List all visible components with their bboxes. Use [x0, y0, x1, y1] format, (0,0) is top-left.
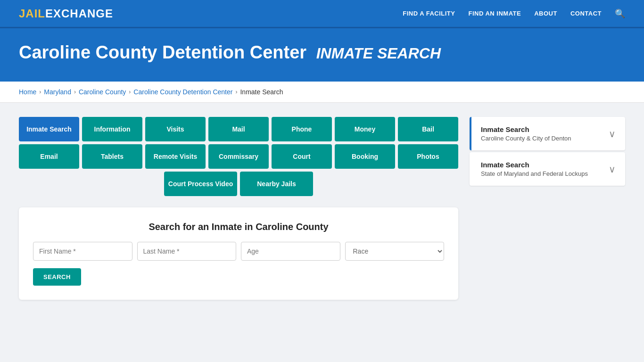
sidebar-caroline-subtitle: Caroline County & City of Denton	[481, 135, 571, 142]
search-button[interactable]: SEARCH	[33, 268, 81, 286]
sidebar-maryland-title: Inmate Search	[481, 161, 588, 169]
breadcrumb-sep-4: ›	[235, 89, 237, 95]
nav-about[interactable]: ABOUT	[534, 10, 557, 17]
main-nav: FIND A FACILITY FIND AN INMATE ABOUT CON…	[403, 8, 625, 19]
race-select[interactable]: Race White Black Hispanic Asian Other	[345, 242, 445, 261]
right-sidebar: Inmate Search Caroline County & City of …	[470, 117, 625, 188]
breadcrumb-sep-2: ›	[74, 89, 76, 95]
hero-main-title: Caroline County Detention Center	[19, 42, 306, 62]
breadcrumb-sep-3: ›	[129, 89, 131, 95]
tab-inmate-search[interactable]: Inmate Search	[19, 117, 79, 141]
search-card: Search for an Inmate in Caroline County …	[19, 207, 458, 300]
chevron-down-icon: ∨	[609, 128, 616, 140]
tabs-row-3: Court Process Video Nearby Jails	[19, 172, 458, 196]
tab-money[interactable]: Money	[335, 117, 395, 141]
nav-find-facility[interactable]: FIND A FACILITY	[403, 10, 455, 17]
tab-commissary[interactable]: Commissary	[208, 144, 269, 169]
breadcrumb-maryland[interactable]: Maryland	[44, 88, 71, 96]
nav-find-inmate[interactable]: FIND AN INMATE	[468, 10, 521, 17]
tabs-row-2: Email Tablets Remote Visits Commissary C…	[19, 144, 458, 169]
breadcrumb-caroline-county[interactable]: Caroline County	[79, 88, 126, 96]
breadcrumb-detention-center[interactable]: Caroline County Detention Center	[133, 88, 232, 96]
tab-tablets[interactable]: Tablets	[82, 144, 142, 169]
last-name-input[interactable]	[137, 242, 237, 261]
breadcrumb-current: Inmate Search	[240, 88, 283, 96]
chevron-down-icon-2: ∨	[609, 164, 616, 175]
tab-photos[interactable]: Photos	[398, 144, 458, 169]
tab-email[interactable]: Email	[19, 144, 79, 169]
tabs-container: Inmate Search Information Visits Mail Ph…	[19, 117, 458, 196]
tab-remote-visits[interactable]: Remote Visits	[145, 144, 206, 169]
search-fields: Race White Black Hispanic Asian Other	[33, 242, 444, 261]
tab-mail[interactable]: Mail	[208, 117, 269, 141]
breadcrumb: Home › Maryland › Caroline County › Caro…	[19, 88, 625, 96]
breadcrumb-home[interactable]: Home	[19, 88, 36, 96]
nav-contact[interactable]: CONTACT	[570, 10, 602, 17]
left-column: Inmate Search Information Visits Mail Ph…	[19, 117, 458, 300]
search-card-title: Search for an Inmate in Caroline County	[33, 222, 444, 232]
logo-part2: EXCHANGE	[45, 7, 113, 20]
sidebar-maryland-subtitle: State of Maryland and Federal Lockups	[481, 170, 588, 177]
main-header: JAILEXCHANGE FIND A FACILITY FIND AN INM…	[0, 0, 644, 28]
breadcrumb-bar: Home › Maryland › Caroline County › Caro…	[0, 82, 644, 103]
breadcrumb-sep-1: ›	[39, 89, 41, 95]
hero-subtitle: INMATE SEARCH	[316, 45, 441, 62]
tab-phone[interactable]: Phone	[272, 117, 332, 141]
sidebar-card-2: Inmate Search State of Maryland and Fede…	[470, 152, 625, 186]
first-name-input[interactable]	[33, 242, 132, 261]
page-title: Caroline County Detention Center INMATE …	[19, 42, 625, 63]
tab-booking[interactable]: Booking	[335, 144, 395, 169]
tab-court[interactable]: Court	[272, 144, 332, 169]
hero-section: Caroline County Detention Center INMATE …	[0, 28, 644, 82]
logo-part1: JAIL	[19, 7, 45, 20]
tab-bail[interactable]: Bail	[398, 117, 458, 141]
site-logo[interactable]: JAILEXCHANGE	[19, 7, 113, 20]
sidebar-item-caroline[interactable]: Inmate Search Caroline County & City of …	[470, 117, 625, 150]
tab-nearby-jails[interactable]: Nearby Jails	[240, 172, 313, 196]
tab-court-process-video[interactable]: Court Process Video	[164, 172, 237, 196]
tab-visits[interactable]: Visits	[145, 117, 206, 141]
tabs-row-1: Inmate Search Information Visits Mail Ph…	[19, 117, 458, 141]
age-input[interactable]	[241, 242, 340, 261]
sidebar-card-1: Inmate Search Caroline County & City of …	[470, 117, 625, 150]
tab-information[interactable]: Information	[82, 117, 142, 141]
sidebar-caroline-title: Inmate Search	[481, 125, 571, 133]
sidebar-item-maryland[interactable]: Inmate Search State of Maryland and Fede…	[470, 152, 625, 186]
main-content: Inmate Search Information Visits Mail Ph…	[0, 103, 644, 314]
search-icon[interactable]: 🔍	[615, 8, 625, 19]
